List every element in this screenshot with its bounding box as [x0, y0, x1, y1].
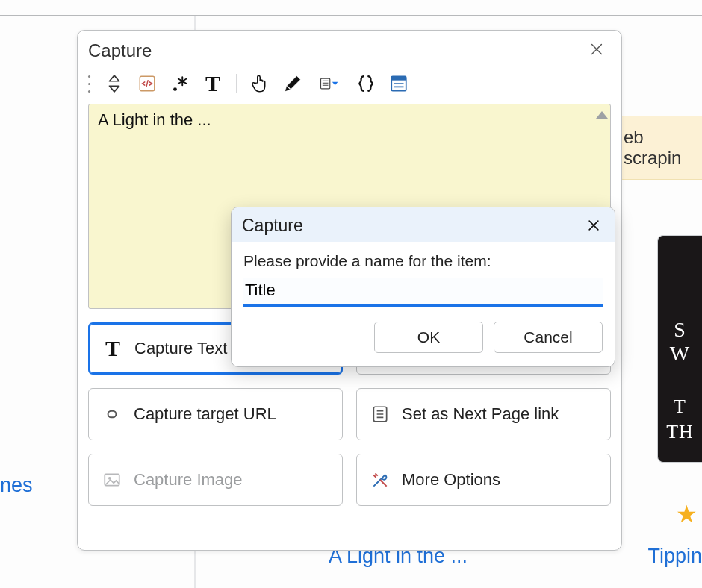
toolbar-braces-button[interactable]: [355, 72, 377, 95]
toolbar-expand-button[interactable]: [103, 72, 125, 95]
page-left-link-fragment[interactable]: nes: [0, 474, 33, 497]
text-icon: T: [102, 337, 124, 360]
capture-url-label: Capture target URL: [134, 404, 276, 424]
name-item-prompt: Please provide a name for the item:: [243, 252, 603, 270]
name-item-dialog-titlebar: Capture: [232, 207, 615, 242]
link-icon: [101, 403, 123, 425]
page-banner-text: eb scrapin: [624, 127, 702, 169]
toolbar-separator: [236, 74, 237, 93]
book-cover-thumbnail[interactable]: S W T TH: [657, 235, 702, 463]
name-item-dialog: Capture Please provide a name for the it…: [231, 207, 615, 367]
text-icon: T: [205, 71, 220, 96]
pencil-icon: [283, 74, 302, 93]
capture-popup-title: Capture: [88, 40, 152, 61]
page-banner: eb scrapin: [620, 116, 702, 180]
toolbar-select-button[interactable]: [249, 72, 271, 95]
expand-vertical-icon: [105, 74, 124, 93]
capture-url-button[interactable]: Capture target URL: [88, 388, 343, 440]
capture-text-label: Capture Text: [134, 339, 227, 358]
item-name-input[interactable]: [243, 278, 603, 307]
list-dropdown-icon: [320, 74, 339, 93]
scroll-up-icon[interactable]: [596, 111, 608, 119]
toolbar-edit-button[interactable]: [282, 72, 304, 95]
svg-point-1: [173, 87, 177, 91]
more-options-label: More Options: [402, 470, 500, 490]
name-item-dialog-close-button[interactable]: [583, 215, 604, 236]
capture-image-button[interactable]: Capture Image: [88, 454, 343, 506]
capture-image-label: Capture Image: [134, 470, 243, 490]
layout-icon: [389, 74, 409, 93]
next-page-button[interactable]: Set as Next Page link: [356, 388, 611, 440]
capture-popup-close-button[interactable]: [585, 38, 608, 63]
regex-icon: [170, 74, 190, 93]
toolbar-list-button[interactable]: [314, 72, 344, 95]
rating-star-icon: ★: [676, 500, 698, 528]
page-right-link-fragment[interactable]: Tippin: [647, 545, 702, 568]
page-list-icon: [369, 403, 391, 425]
name-item-dialog-title: Capture: [242, 216, 303, 236]
more-options-button[interactable]: More Options: [356, 454, 611, 506]
toolbar-grip-icon: [85, 72, 93, 95]
capture-preview-text: A Light in the ...: [98, 110, 211, 129]
braces-icon: [356, 74, 376, 93]
ok-button[interactable]: OK: [374, 322, 483, 353]
svg-rect-2: [321, 78, 330, 89]
tools-icon: [369, 469, 391, 491]
toolbar-text-button[interactable]: T: [202, 72, 224, 95]
close-icon: [586, 218, 601, 233]
svg-rect-4: [391, 76, 406, 80]
toolbar-layout-button[interactable]: [388, 72, 410, 95]
capture-toolbar: T: [81, 68, 621, 99]
capture-popup-titlebar: Capture: [78, 31, 621, 68]
cancel-button[interactable]: Cancel: [494, 322, 603, 353]
toolbar-code-button[interactable]: [136, 72, 158, 95]
page-top-rule: [0, 15, 702, 16]
toolbar-regex-button[interactable]: [169, 72, 191, 95]
image-icon: [101, 469, 123, 491]
code-file-icon: [137, 74, 157, 93]
next-page-label: Set as Next Page link: [402, 404, 559, 424]
hand-pointer-icon: [250, 74, 270, 93]
close-icon: [588, 41, 605, 57]
